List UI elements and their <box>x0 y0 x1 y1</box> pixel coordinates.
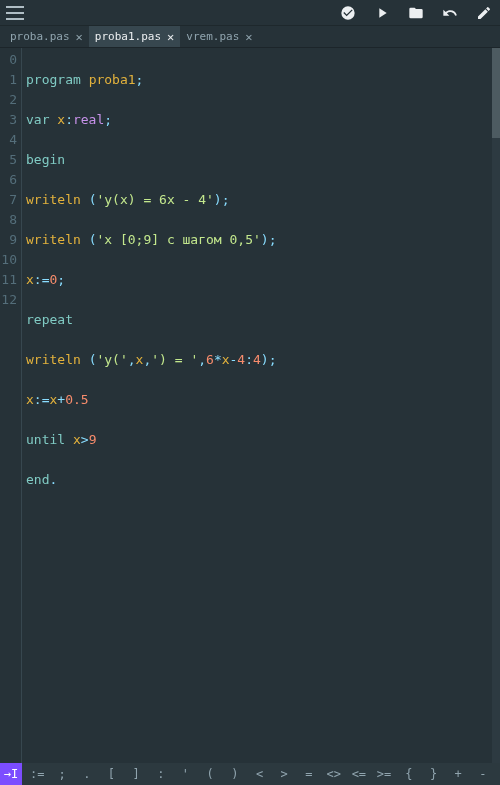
symbol-key[interactable]: ) <box>228 767 242 781</box>
line-number: 0 <box>0 50 21 70</box>
editor[interactable]: 0123456789101112 program proba1; var x:r… <box>0 48 500 763</box>
tab-label: proba.pas <box>10 30 70 43</box>
close-icon[interactable]: ✕ <box>76 30 83 44</box>
tab-label: proba1.pas <box>95 30 161 43</box>
tab-vrem[interactable]: vrem.pas ✕ <box>180 26 258 47</box>
symbol-key[interactable]: ; <box>55 767 69 781</box>
close-icon[interactable]: ✕ <box>167 30 174 44</box>
line-number: 3 <box>0 110 21 130</box>
line-number: 6 <box>0 170 21 190</box>
line-number: 9 <box>0 230 21 250</box>
line-number: 4 <box>0 130 21 150</box>
menu-icon[interactable] <box>6 6 24 20</box>
top-actions <box>340 5 492 21</box>
check-icon[interactable] <box>340 5 356 21</box>
symbol-key[interactable]: . <box>80 767 94 781</box>
line-number: 12 <box>0 290 21 310</box>
symbol-key[interactable]: [ <box>104 767 118 781</box>
symbol-key[interactable]: ' <box>178 767 192 781</box>
tab-indent-button[interactable]: →I <box>0 763 22 785</box>
symbol-key[interactable]: <= <box>352 767 366 781</box>
symbol-key[interactable]: >= <box>377 767 391 781</box>
scrollbar-thumb[interactable] <box>492 48 500 138</box>
line-number: 10 <box>0 250 21 270</box>
scrollbar[interactable] <box>492 48 500 763</box>
line-number: 5 <box>0 150 21 170</box>
close-icon[interactable]: ✕ <box>245 30 252 44</box>
symbol-key[interactable]: = <box>302 767 316 781</box>
symbol-key[interactable]: := <box>30 767 44 781</box>
symbol-key[interactable]: ( <box>203 767 217 781</box>
symbol-key[interactable]: < <box>253 767 267 781</box>
symbol-key[interactable]: { <box>402 767 416 781</box>
gutter: 0123456789101112 <box>0 48 22 763</box>
undo-icon[interactable] <box>442 5 458 21</box>
line-number: 1 <box>0 70 21 90</box>
edit-icon[interactable] <box>476 5 492 21</box>
line-number: 8 <box>0 210 21 230</box>
symbol-key[interactable]: <> <box>327 767 341 781</box>
symbol-keys: :=;.[]:'()<>=<><=>={}+- <box>22 767 500 781</box>
play-icon[interactable] <box>374 5 390 21</box>
line-number: 7 <box>0 190 21 210</box>
symbol-key[interactable]: } <box>427 767 441 781</box>
symbol-bar: →I :=;.[]:'()<>=<><=>={}+- <box>0 763 500 785</box>
symbol-key[interactable]: ] <box>129 767 143 781</box>
tab-proba[interactable]: proba.pas ✕ <box>4 26 89 47</box>
line-number: 11 <box>0 270 21 290</box>
tab-label: vrem.pas <box>186 30 239 43</box>
symbol-key[interactable]: : <box>154 767 168 781</box>
line-number: 2 <box>0 90 21 110</box>
symbol-key[interactable]: - <box>476 767 490 781</box>
symbol-key[interactable]: + <box>451 767 465 781</box>
folder-icon[interactable] <box>408 5 424 21</box>
tab-bar: proba.pas ✕ proba1.pas ✕ vrem.pas ✕ <box>0 26 500 48</box>
symbol-key[interactable]: > <box>277 767 291 781</box>
tab-proba1[interactable]: proba1.pas ✕ <box>89 26 180 47</box>
code-area[interactable]: program proba1; var x:real; begin writel… <box>22 48 500 763</box>
top-bar <box>0 0 500 26</box>
